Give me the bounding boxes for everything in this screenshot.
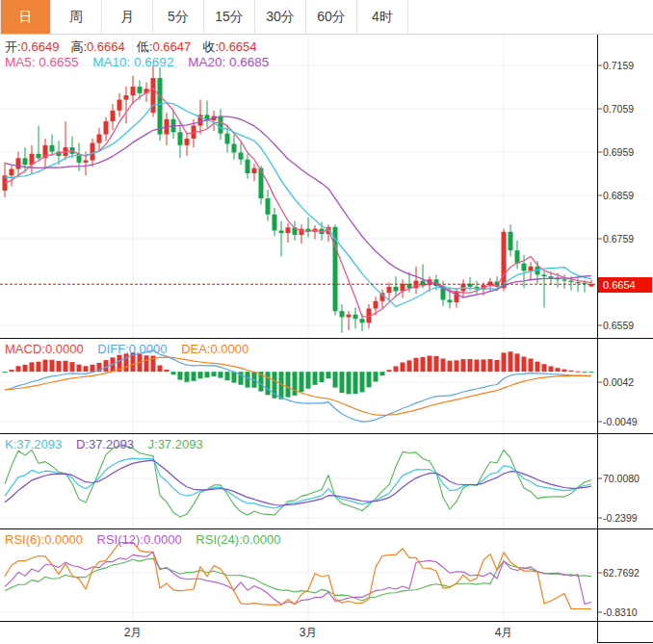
period-toolbar: 日 周 月 5分 15分 30分 60分 4时 <box>0 0 653 35</box>
y-tick-rsi-1: 62.7692 <box>603 566 651 580</box>
trading-chart-app: 日 周 月 5分 15分 30分 60分 4时 开:0.6649高:0.6664… <box>0 0 653 644</box>
rsi-legend: RSI(6):0.0000 RSI(12):0.0000 RSI(24):0.0… <box>5 532 292 547</box>
high-label: 高: <box>70 39 87 54</box>
tab-5min[interactable]: 5分 <box>153 0 204 34</box>
tab-30min[interactable]: 30分 <box>255 0 306 34</box>
macd-value: MACD:0.0000 <box>5 342 84 356</box>
tab-60min[interactable]: 60分 <box>306 0 357 34</box>
tab-15min[interactable]: 15分 <box>204 0 255 34</box>
macd-legend: MACD:0.0000 DIFF:0.0000 DEA:0.0000 <box>5 342 259 356</box>
k-value: K:37.2093 <box>5 437 62 451</box>
y-tick-main-2: 0.7059 <box>603 102 651 116</box>
open-label: 开: <box>5 39 21 54</box>
y-tick-main-5: 0.6759 <box>603 232 651 245</box>
tab-4hour[interactable]: 4时 <box>357 0 408 34</box>
ma-legend: MA5: 0.6655 MA10: 0.6692 MA20: 0.6685 <box>5 55 279 69</box>
x-tick-mar: 3月 <box>300 625 318 641</box>
rsi24-value: RSI(24):0.0000 <box>196 532 280 547</box>
ma20-legend: MA20: 0.6685 <box>188 55 269 69</box>
y-tick-main-6: 0.6559 <box>603 319 651 332</box>
y-tick-kdj-1: 70.0080 <box>603 472 651 485</box>
dea-value: DEA:0.0000 <box>181 342 248 356</box>
close-value: 0.6654 <box>219 39 257 54</box>
low-value: 0.6647 <box>152 39 191 54</box>
d-value: D:37.2093 <box>76 437 134 451</box>
axis-corner-box <box>597 621 653 643</box>
rsi12-value: RSI(12):0.0000 <box>97 532 182 547</box>
y-tick-main-1: 0.7159 <box>603 59 651 72</box>
close-label: 收: <box>202 39 219 54</box>
kdj-legend: K:37.2093 D:37.2093 J:37.2093 <box>5 437 214 451</box>
y-tick-macd-2: -0.0049 <box>603 415 651 428</box>
ma10-legend: MA10: 0.6692 <box>92 55 173 69</box>
y-tick-rsi-2: -0.8310 <box>603 605 651 619</box>
last-price-tag: 0.6654 <box>598 277 652 293</box>
y-tick-main-4: 0.6859 <box>603 189 651 202</box>
x-tick-feb: 2月 <box>124 625 143 641</box>
x-tick-apr: 4月 <box>495 625 513 641</box>
low-label: 低: <box>137 39 153 54</box>
ohlc-legend: 开:0.6649高:0.6664低:0.6647收:0.6654 <box>5 39 269 56</box>
y-tick-kdj-2: -0.2399 <box>603 511 651 525</box>
j-value: J:37.2093 <box>148 437 203 451</box>
y-tick-macd-1: 0.0042 <box>603 375 651 389</box>
ma5-legend: MA5: 0.6655 <box>5 55 79 69</box>
tab-week[interactable]: 周 <box>51 0 102 34</box>
tab-day[interactable]: 日 <box>0 0 51 34</box>
rsi6-value: RSI(6):0.0000 <box>5 532 83 547</box>
high-value: 0.6664 <box>87 39 125 54</box>
tab-month[interactable]: 月 <box>102 0 153 34</box>
open-value: 0.6649 <box>21 39 60 54</box>
x-axis: 2月 3月 4月 <box>0 622 653 644</box>
y-tick-main-3: 0.6959 <box>603 145 651 159</box>
diff-value: DIFF:0.0000 <box>97 342 167 356</box>
